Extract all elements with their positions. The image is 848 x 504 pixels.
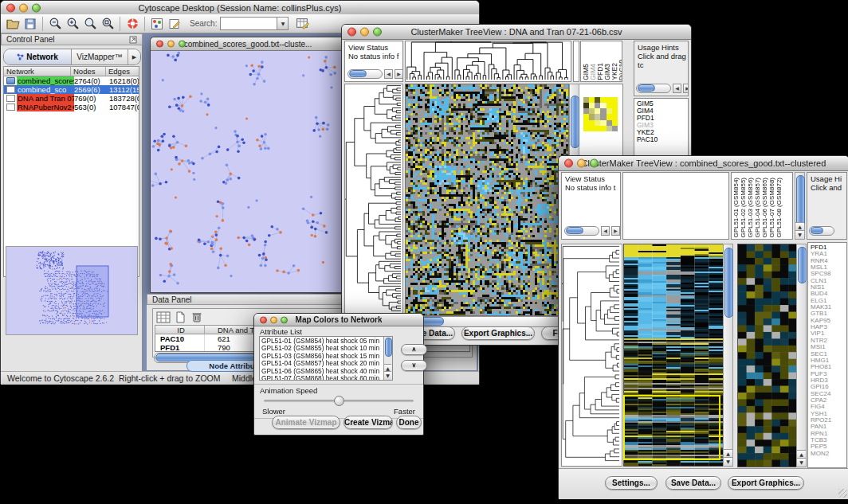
data-column-id[interactable]: ID xyxy=(155,326,205,334)
column-header-network[interactable]: Network xyxy=(4,67,71,76)
tv1-zoom-heatmap[interactable] xyxy=(583,97,618,131)
tv1-splitter[interactable] xyxy=(573,41,579,82)
animation-speed-slider[interactable] xyxy=(264,400,414,402)
tv2-zoom-heatmap[interactable] xyxy=(737,244,798,467)
attribute-browser-button[interactable] xyxy=(293,16,311,32)
tv2-status-scrollbar[interactable]: ◀▶ xyxy=(564,226,620,236)
dialog-title: Map Colors to Network xyxy=(296,315,383,324)
tv2-usage-scrollbar[interactable] xyxy=(809,226,834,236)
tv1-column-dendrogram[interactable] xyxy=(405,41,571,82)
vizmapper-button[interactable] xyxy=(148,16,166,32)
network-window-titlebar[interactable]: combined_scores_good.txt--cluste... xyxy=(151,37,345,51)
tv1-export-graphics-button[interactable]: Export Graphics... xyxy=(461,326,535,340)
dialog-titlebar[interactable]: Map Colors to Network xyxy=(254,314,423,326)
network-name: combined_sco xyxy=(17,85,74,94)
tv1-row-dendrogram[interactable] xyxy=(344,84,403,315)
network-list-item[interactable]: combined_sco2569(6)13112(15) xyxy=(4,85,139,94)
zoom-button[interactable] xyxy=(32,3,41,12)
treeview2-window: ClusterMaker TreeView : combined_scores_… xyxy=(558,155,848,499)
zoom-out-icon xyxy=(49,17,62,30)
treeview2-titlebar[interactable]: ClusterMaker TreeView : combined_scores_… xyxy=(559,156,848,171)
tv1-usage-hints-panel: Usage HintsClick and drag tc ◀▶ xyxy=(634,41,689,96)
open-session-button[interactable] xyxy=(4,16,22,32)
minimize-button[interactable] xyxy=(167,41,175,48)
tv2-row-dendrogram[interactable] xyxy=(561,244,622,467)
zoom-button[interactable] xyxy=(590,159,599,168)
annotation-button[interactable] xyxy=(166,16,183,32)
tv1-status-scrollbar[interactable]: ◀▶ xyxy=(347,69,403,79)
tab-overflow-button[interactable]: ▶ xyxy=(128,49,140,64)
tv1-zoom-cell xyxy=(607,120,612,126)
network-edges-count: 13112(15) xyxy=(109,85,139,94)
network-table-header: Network Nodes Edges xyxy=(3,66,139,76)
network-graph-view[interactable] xyxy=(151,51,344,291)
attribute-list-scrollbar[interactable]: ▲ ▼ xyxy=(383,337,392,380)
minimize-button[interactable] xyxy=(577,159,586,168)
tv2-column-dendrogram-empty[interactable] xyxy=(622,172,729,240)
close-button[interactable] xyxy=(156,41,163,48)
tv2-export-graphics-button[interactable]: Export Graphics... xyxy=(728,476,804,490)
tv1-zoom-cell xyxy=(607,114,612,119)
attribute-list-item[interactable]: GPL51-07 (GSM868) heat shock 60 min xyxy=(260,375,383,381)
treeview1-titlebar[interactable]: ClusterMaker TreeView : DNA and Tran 07-… xyxy=(342,25,691,40)
tv1-main-heatmap[interactable] xyxy=(405,84,569,316)
scrollbar-thumb[interactable] xyxy=(385,338,392,357)
move-up-button[interactable]: ∧ xyxy=(401,344,427,355)
tv2-labels-scrollbar[interactable]: ▲ ▼ xyxy=(795,172,805,240)
slider-thumb[interactable] xyxy=(334,396,344,406)
zoom-fit-button[interactable] xyxy=(99,16,116,32)
resize-grip[interactable] xyxy=(838,489,847,498)
close-button[interactable] xyxy=(347,28,356,37)
tab-vizmapper[interactable]: VizMapper™ xyxy=(72,49,128,64)
move-down-button[interactable]: ∨ xyxy=(401,360,427,371)
tv2-zoom-scrollbar[interactable]: ▲ ▼ xyxy=(796,244,807,467)
zoom-in-icon xyxy=(66,17,80,30)
search-dropdown-button[interactable]: ▼ xyxy=(277,17,289,30)
float-panel-icon[interactable] xyxy=(129,36,137,44)
zoom-button[interactable] xyxy=(179,41,186,48)
save-session-button[interactable] xyxy=(22,16,39,32)
column-header-nodes[interactable]: Nodes xyxy=(71,67,106,76)
minimize-button[interactable] xyxy=(270,316,277,323)
attribute-list-label: Attribute List xyxy=(260,327,302,336)
done-button[interactable]: Done xyxy=(396,416,422,429)
tv2-view-status-line2: No status info t xyxy=(565,183,615,192)
tv1-zoom-cell xyxy=(612,103,618,108)
birdseye-view[interactable] xyxy=(6,246,138,335)
tv1-zoom-cell xyxy=(607,97,612,103)
tv2-save-data-button[interactable]: Save Data... xyxy=(665,476,721,490)
minimize-button[interactable] xyxy=(360,28,369,37)
zoom-in-button[interactable] xyxy=(64,16,81,32)
main-titlebar[interactable]: Cytoscape Desktop (Session Name: collins… xyxy=(1,1,479,15)
tv1-usage-scrollbar[interactable]: ◀▶ xyxy=(636,84,689,93)
close-button[interactable] xyxy=(564,159,573,168)
network-list-item[interactable]: DNA and Tran 07769(0)183728(0) xyxy=(4,94,139,103)
zoom-button[interactable] xyxy=(281,316,288,323)
tv2-vscrollbar[interactable]: ▲ ▼ xyxy=(723,244,733,467)
tv1-zoom-cell xyxy=(595,108,600,114)
zoom-out-button[interactable] xyxy=(46,16,64,32)
zoom-selected-button[interactable] xyxy=(81,16,99,32)
network-list-item[interactable]: RNAPuberNov2+563(0)107847(0) xyxy=(4,103,139,111)
tv1-zoom-cell xyxy=(589,108,595,114)
column-header-edges[interactable]: Edges xyxy=(106,67,139,76)
tv2-settings-button[interactable]: Settings... xyxy=(605,476,658,490)
close-button[interactable] xyxy=(260,316,267,323)
tv1-row-label: PAC10 xyxy=(637,136,688,143)
zoom-selected-icon xyxy=(84,17,97,30)
create-vizmap-button[interactable]: Create Vizmap xyxy=(344,416,393,429)
tv1-zoom-cell xyxy=(589,126,595,131)
tv1-hscrollbar[interactable] xyxy=(405,316,579,327)
tab-network[interactable]: Network xyxy=(4,49,72,64)
minimize-button[interactable] xyxy=(19,3,28,12)
zoom-button[interactable] xyxy=(373,28,382,37)
network-list-item[interactable]: combined_scores2764(0)16218(0) xyxy=(4,76,139,85)
animate-vizmap-button[interactable]: Animate Vizmap xyxy=(272,416,340,429)
table-edit-icon xyxy=(296,17,309,30)
attribute-list[interactable]: GPL51-01 (GSM854) heat shock 05 minGPL51… xyxy=(259,336,393,381)
search-input[interactable] xyxy=(220,17,277,30)
tv2-main-heatmap[interactable] xyxy=(623,244,724,467)
tv1-column-label: GIM4 xyxy=(590,64,596,80)
close-button[interactable] xyxy=(6,3,15,12)
help-button[interactable] xyxy=(124,16,141,32)
